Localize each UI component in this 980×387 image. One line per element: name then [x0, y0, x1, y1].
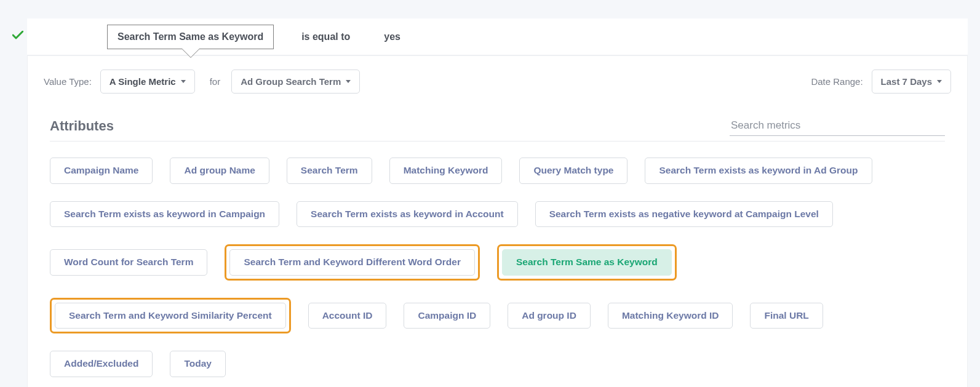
value-type-dropdown[interactable]: A Single Metric	[100, 70, 195, 94]
filter-bar: Search Term Same as Keyword is equal to …	[27, 18, 968, 55]
date-range-value: Last 7 Days	[881, 76, 932, 87]
highlight-wrapper: Search Term and Keyword Different Word O…	[225, 244, 480, 281]
attribute-chip[interactable]: Ad group ID	[508, 303, 591, 329]
filter-operator[interactable]: is equal to	[301, 31, 350, 42]
attribute-chip[interactable]: Account ID	[308, 303, 387, 329]
attribute-chip[interactable]: Search Term and Keyword Different Word O…	[229, 249, 475, 276]
attribute-chip[interactable]: Today	[170, 351, 226, 377]
attribute-chip[interactable]: Search Term exists as negative keyword a…	[535, 201, 833, 228]
attribute-chip[interactable]: Search Term exists as keyword in Ad Grou…	[645, 158, 872, 184]
attribute-chip[interactable]: Matching Keyword	[389, 158, 503, 184]
controls-row: Value Type: A Single Metric for Ad Group…	[44, 70, 951, 94]
chip-row: Word Count for Search TermSearch Term an…	[50, 244, 945, 281]
for-value: Ad Group Search Term	[241, 76, 341, 87]
attributes-section: Attributes Campaign NameAd group NameSea…	[44, 113, 951, 387]
value-type-label: Value Type:	[44, 76, 92, 87]
filter-value[interactable]: yes	[384, 31, 400, 42]
for-label: for	[210, 76, 221, 87]
chip-row: Search Term exists as keyword in Campaig…	[50, 201, 945, 228]
check-icon	[12, 31, 27, 42]
chevron-down-icon	[181, 80, 186, 83]
chevron-down-icon	[937, 80, 942, 83]
attribute-chip[interactable]: Search Term Same as Keyword	[502, 249, 672, 276]
attribute-chip[interactable]: Campaign ID	[404, 303, 490, 329]
attribute-chip[interactable]: Matching Keyword ID	[608, 303, 733, 329]
chip-row: Added/ExcludedToday	[50, 351, 945, 377]
date-range-label: Date Range:	[811, 76, 862, 87]
value-type-value: A Single Metric	[110, 76, 176, 87]
search-input[interactable]	[730, 116, 945, 136]
attribute-chip[interactable]: Search Term and Keyword Similarity Perce…	[55, 303, 286, 329]
attribute-chip[interactable]: Query Match type	[519, 158, 627, 184]
chevron-down-icon	[346, 80, 351, 83]
attribute-chip[interactable]: Campaign Name	[50, 158, 153, 184]
attribute-chips: Campaign NameAd group NameSearch TermMat…	[50, 158, 945, 377]
attribute-chip[interactable]: Search Term exists as keyword in Account	[297, 201, 518, 228]
attribute-chip[interactable]: Final URL	[750, 303, 823, 329]
highlight-wrapper: Search Term Same as Keyword	[497, 244, 677, 281]
for-dropdown[interactable]: Ad Group Search Term	[231, 70, 360, 94]
attribute-chip[interactable]: Added/Excluded	[50, 351, 153, 377]
attribute-chip[interactable]: Word Count for Search Term	[50, 249, 207, 276]
chip-row: Campaign NameAd group NameSearch TermMat…	[50, 158, 945, 184]
attribute-chip[interactable]: Search Term exists as keyword in Campaig…	[50, 201, 279, 228]
highlight-wrapper: Search Term and Keyword Similarity Perce…	[50, 298, 291, 334]
attribute-chip[interactable]: Ad group Name	[170, 158, 269, 184]
attributes-title: Attributes	[50, 118, 114, 134]
filter-field-chip[interactable]: Search Term Same as Keyword	[107, 25, 274, 49]
date-range-dropdown[interactable]: Last 7 Days	[872, 70, 951, 94]
config-panel: Value Type: A Single Metric for Ad Group…	[27, 55, 968, 387]
chip-row: Search Term and Keyword Similarity Perce…	[50, 298, 945, 334]
attribute-chip[interactable]: Search Term	[287, 158, 372, 184]
